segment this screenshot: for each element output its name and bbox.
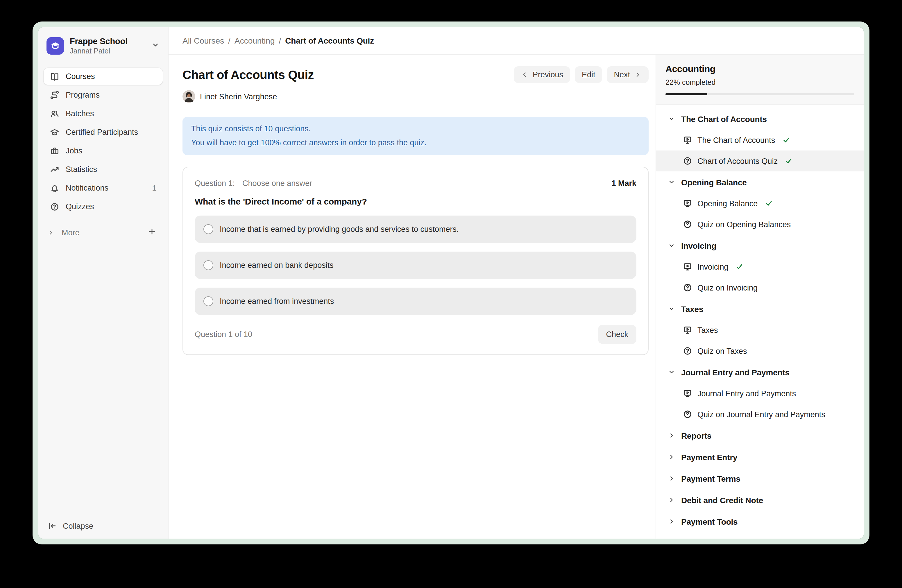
sidebar-item-courses[interactable]: Courses	[44, 68, 163, 85]
chevron-right-icon	[634, 71, 642, 78]
outline-section-title: The Chart of Accounts	[681, 114, 767, 124]
radio-button[interactable]	[204, 224, 213, 234]
outline-section-payment-entry[interactable]: Payment Entry	[656, 446, 864, 468]
course-title: Accounting	[666, 64, 854, 74]
outline-section-taxes[interactable]: Taxes	[656, 298, 864, 319]
edit-button-label: Edit	[582, 70, 595, 79]
author-name: Linet Sherin Varghese	[200, 92, 277, 101]
course-progress-text: 22% completed	[666, 78, 854, 87]
outline-section-the-chart-of-accounts[interactable]: The Chart of Accounts	[656, 108, 864, 130]
previous-button[interactable]: Previous	[514, 66, 570, 83]
chevron-right-icon	[668, 518, 675, 525]
sidebar-item-statistics[interactable]: Statistics	[44, 161, 163, 178]
outline-section-reports[interactable]: Reports	[656, 425, 864, 446]
desktop-background: Frappe School Jannat Patel Courses Progr	[0, 0, 902, 588]
question-instruction: Choose one answer	[242, 179, 312, 188]
edit-button[interactable]: Edit	[575, 66, 602, 83]
briefcase-icon	[50, 146, 59, 155]
instruction-line: This quiz consists of 10 questions.	[191, 122, 640, 136]
sidebar-item-label: Programs	[66, 91, 100, 99]
outline-lesson-invoicing[interactable]: Invoicing	[656, 256, 864, 277]
outline-item-label: Quiz on Invoicing	[697, 283, 758, 292]
sidebar-item-quizzes[interactable]: Quizzes	[44, 198, 163, 215]
check-icon	[785, 157, 793, 165]
frappe-school-app: Frappe School Jannat Patel Courses Progr	[38, 27, 864, 539]
outline-lesson-the-chart-of-accounts[interactable]: The Chart of Accounts	[656, 130, 864, 150]
sidebar-collapse-button[interactable]: Collapse	[38, 521, 168, 539]
outline-lesson-opening-balance[interactable]: Opening Balance	[656, 193, 864, 214]
outline-quiz-on-taxes[interactable]: Quiz on Taxes	[656, 341, 864, 361]
sidebar-item-label: Courses	[66, 72, 95, 81]
course-outline-list: The Chart of Accounts The Chart of Accou…	[656, 105, 864, 539]
outline-section-title: Payment Entry	[681, 452, 737, 461]
author-avatar	[183, 90, 195, 103]
answer-option-2[interactable]: Income earned on bank deposits	[195, 252, 636, 279]
route-icon	[50, 90, 59, 100]
next-button-label: Next	[614, 70, 630, 79]
check-answer-button[interactable]: Check	[598, 325, 636, 344]
outline-quiz-chart-of-accounts-quiz[interactable]: Chart of Accounts Quiz	[656, 150, 864, 171]
book-icon	[50, 72, 59, 81]
outline-section-journal-entry-and-payments[interactable]: Journal Entry and Payments	[656, 361, 864, 383]
author-row: Linet Sherin Varghese	[183, 90, 648, 103]
chevron-down-icon	[668, 242, 675, 249]
outline-quiz-on-invoicing[interactable]: Quiz on Invoicing	[656, 277, 864, 298]
breadcrumb-current: Chart of Accounts Quiz	[285, 36, 374, 45]
outline-quiz-on-opening-balances[interactable]: Quiz on Opening Balances	[656, 214, 864, 235]
outline-section-payment-tools[interactable]: Payment Tools	[656, 511, 864, 532]
outline-section-invoicing[interactable]: Invoicing	[656, 235, 864, 256]
chevron-down-icon	[151, 41, 160, 52]
outline-item-label: The Chart of Accounts	[697, 136, 775, 144]
check-button-label: Check	[606, 330, 628, 339]
course-progress-bar	[666, 93, 854, 95]
progress-fill	[666, 93, 707, 95]
chevron-right-icon	[668, 453, 675, 461]
users-icon	[50, 109, 59, 118]
radio-button[interactable]	[204, 296, 213, 306]
course-outline-panel: Accounting 22% completed The Chart of Ac…	[656, 55, 864, 539]
more-label: More	[62, 228, 80, 237]
brand-text: Frappe School Jannat Patel	[70, 37, 128, 55]
top-bar: All Courses / Accounting / Chart of Acco…	[169, 27, 864, 55]
breadcrumb-accounting[interactable]: Accounting	[235, 36, 275, 45]
outline-section-payment-terms[interactable]: Payment Terms	[656, 468, 864, 489]
outline-lesson-taxes[interactable]: Taxes	[656, 319, 864, 341]
outline-section-title: Debit and Credit Note	[681, 495, 763, 505]
chevron-left-icon	[521, 71, 529, 78]
sidebar-item-jobs[interactable]: Jobs	[44, 142, 163, 159]
collapse-sidebar-icon	[48, 521, 57, 530]
outline-lesson-journal-entry-and-payments[interactable]: Journal Entry and Payments	[656, 383, 864, 404]
breadcrumb-all-courses[interactable]: All Courses	[183, 36, 224, 45]
outline-section-opening-balance[interactable]: Opening Balance	[656, 171, 864, 193]
outline-section-debit-and-credit-note[interactable]: Debit and Credit Note	[656, 489, 864, 511]
breadcrumb: All Courses / Accounting / Chart of Acco…	[183, 36, 374, 45]
frappe-school-logo-icon	[47, 37, 64, 55]
next-button[interactable]: Next	[607, 66, 648, 83]
left-sidebar: Frappe School Jannat Patel Courses Progr	[38, 27, 169, 539]
sidebar-item-certified-participants[interactable]: Certified Participants	[44, 124, 163, 141]
trending-up-icon	[50, 165, 59, 174]
add-icon[interactable]	[148, 227, 157, 238]
check-icon	[782, 136, 790, 144]
chevron-down-icon	[668, 115, 675, 123]
answer-options: Income that is earned by providing goods…	[195, 216, 636, 315]
instruction-line: You will have to get 100% correct answer…	[191, 136, 640, 150]
outline-item-label: Chart of Accounts Quiz	[697, 156, 778, 165]
outline-quiz-on-journal-entry-and-payments[interactable]: Quiz on Journal Entry and Payments	[656, 404, 864, 425]
quiz-icon	[683, 346, 692, 356]
sidebar-more-toggle[interactable]: More	[38, 224, 168, 241]
answer-option-label: Income earned from investments	[220, 297, 334, 306]
workspace-switcher[interactable]: Frappe School Jannat Patel	[38, 27, 168, 61]
notifications-count-badge: 1	[152, 184, 157, 192]
radio-button[interactable]	[204, 260, 213, 270]
sidebar-item-label: Certified Participants	[66, 128, 138, 136]
sidebar-item-programs[interactable]: Programs	[44, 87, 163, 103]
course-outline-header: Accounting 22% completed	[656, 55, 864, 105]
sidebar-item-notifications[interactable]: Notifications 1	[44, 180, 163, 196]
answer-option-1[interactable]: Income that is earned by providing goods…	[195, 216, 636, 243]
lesson-icon	[683, 262, 692, 271]
sidebar-item-batches[interactable]: Batches	[44, 105, 163, 122]
outline-section-title: Taxes	[681, 304, 703, 313]
breadcrumb-separator: /	[279, 36, 281, 45]
answer-option-3[interactable]: Income earned from investments	[195, 288, 636, 315]
